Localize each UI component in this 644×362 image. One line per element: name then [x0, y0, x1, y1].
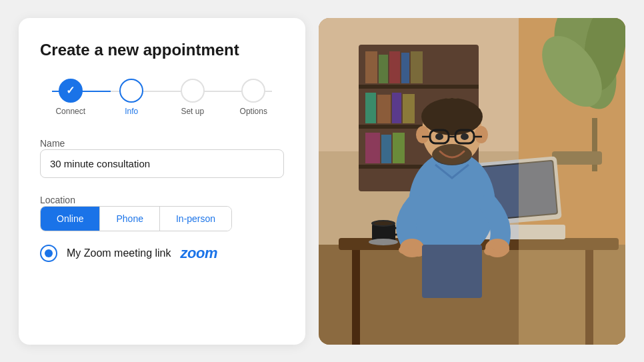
step-setup-label: Set up: [181, 107, 204, 116]
svg-point-54: [499, 246, 509, 254]
step-info-label: Info: [125, 107, 138, 116]
step-options-circle[interactable]: [241, 79, 265, 103]
svg-rect-56: [519, 18, 625, 345]
hero-image: [319, 18, 625, 345]
zoom-radio-dot: [45, 249, 53, 257]
step-connect-circle[interactable]: ✓: [59, 79, 83, 103]
svg-point-47: [435, 133, 443, 140]
name-input[interactable]: [40, 149, 284, 178]
svg-point-48: [461, 133, 469, 140]
zoom-logo: zoom: [181, 245, 217, 262]
location-toggle-group: Online Phone In-person: [40, 206, 232, 231]
step-info: Info: [101, 79, 163, 116]
page-wrapper: Create a new appointment ✓ Connect Info …: [0, 0, 644, 362]
svg-point-38: [421, 98, 483, 135]
step-options-label: Options: [240, 107, 267, 116]
name-field-group: Name: [40, 137, 284, 194]
svg-rect-7: [365, 51, 377, 83]
svg-rect-11: [411, 51, 423, 83]
zoom-text: My Zoom meeting link: [67, 247, 171, 259]
location-field-group: Location Online Phone In-person: [40, 194, 284, 231]
svg-point-41: [475, 126, 488, 143]
stepper: ✓ Connect Info Set up Options: [40, 79, 284, 116]
image-card: [319, 18, 625, 345]
location-inperson-button[interactable]: In-person: [160, 207, 231, 231]
form-card: Create a new appointment ✓ Connect Info …: [19, 18, 305, 345]
svg-rect-9: [389, 51, 400, 83]
svg-rect-12: [365, 93, 376, 123]
svg-rect-26: [352, 250, 360, 345]
svg-point-39: [432, 144, 472, 165]
zoom-radio[interactable]: [40, 245, 57, 262]
svg-point-34: [374, 221, 393, 225]
step-setup-circle[interactable]: [181, 79, 205, 103]
svg-point-35: [369, 239, 398, 245]
step-options: Options: [223, 79, 285, 116]
svg-point-40: [416, 126, 429, 143]
name-label: Name: [40, 138, 65, 149]
step-connect: ✓ Connect: [40, 79, 101, 116]
location-phone-button[interactable]: Phone: [100, 207, 159, 231]
svg-rect-15: [403, 94, 415, 123]
svg-rect-4: [359, 85, 479, 89]
svg-rect-13: [377, 95, 391, 123]
step-connect-label: Connect: [55, 107, 85, 116]
svg-rect-16: [365, 133, 380, 163]
svg-point-53: [484, 247, 495, 255]
checkmark-icon: ✓: [66, 84, 75, 97]
svg-rect-18: [393, 133, 405, 163]
svg-rect-55: [422, 245, 482, 298]
svg-point-51: [399, 246, 409, 254]
page-title: Create a new appointment: [40, 39, 284, 60]
step-info-circle[interactable]: [119, 79, 143, 103]
location-online-button[interactable]: Online: [41, 207, 100, 231]
svg-rect-8: [379, 55, 388, 83]
step-setup: Set up: [162, 79, 223, 116]
svg-rect-10: [401, 53, 409, 83]
svg-rect-14: [392, 93, 401, 123]
location-label: Location: [40, 195, 75, 205]
zoom-row[interactable]: My Zoom meeting link zoom: [40, 245, 284, 262]
svg-rect-17: [381, 135, 391, 163]
